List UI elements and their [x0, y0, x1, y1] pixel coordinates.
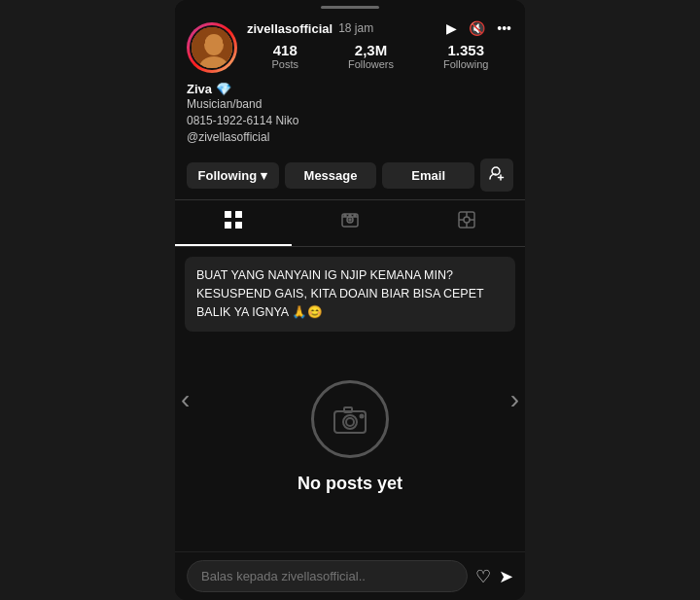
top-divider — [321, 6, 379, 9]
svg-rect-11 — [235, 222, 242, 229]
avatar-inner — [190, 25, 234, 70]
message-button[interactable]: Message — [285, 162, 377, 189]
stats-row: 418 Posts 2,3M Followers 1.353 Following — [247, 38, 513, 76]
username-label: zivellasofficial — [247, 21, 332, 36]
time-ago-label: 18 jam — [338, 21, 373, 35]
svg-point-18 — [354, 215, 356, 217]
no-posts-text: No posts yet — [298, 474, 402, 494]
email-button[interactable]: Email — [382, 162, 474, 189]
camera-circle — [311, 380, 389, 458]
profile-name: Ziva 💎 — [187, 82, 513, 96]
header-top-row: zivellasofficial 18 jam ▶ 🔇 ••• — [247, 18, 513, 38]
svg-rect-9 — [235, 211, 242, 218]
svg-point-17 — [349, 215, 351, 217]
action-buttons: Following ▾ Message Email — [175, 153, 525, 199]
svg-rect-8 — [225, 211, 231, 218]
camera-icon — [331, 400, 369, 439]
svg-rect-10 — [225, 222, 231, 229]
following-button-label: Following — [198, 168, 258, 183]
stat-followers: 2,3M Followers — [348, 42, 394, 70]
grid-icon — [224, 210, 243, 234]
svg-point-20 — [464, 217, 470, 223]
profile-info: Ziva 💎 Musician/band 0815-1922-6114 Niko… — [175, 82, 525, 153]
posts-number: 418 — [273, 42, 298, 58]
tagged-icon — [457, 210, 476, 234]
header-icons: ▶ 🔇 ••• — [444, 18, 513, 38]
svg-point-13 — [347, 217, 353, 223]
bio-line-2: 0815-1922-6114 Niko — [187, 113, 513, 129]
svg-rect-3 — [199, 27, 205, 45]
svg-point-1 — [204, 34, 224, 55]
stat-following: 1.353 Following — [443, 42, 488, 70]
send-icon[interactable]: ➤ — [499, 566, 513, 587]
content-area: ‹ › BUAT YANG NANYAIN IG NJIP KEMANA MIN… — [175, 247, 525, 551]
chevron-right-icon: › — [510, 384, 519, 414]
reply-input[interactable] — [187, 560, 468, 592]
tab-reels[interactable] — [292, 200, 408, 246]
svg-point-16 — [344, 215, 346, 217]
followers-label: Followers — [348, 58, 394, 70]
no-posts-area: No posts yet — [175, 341, 525, 513]
tab-bar — [175, 199, 525, 247]
avatar — [187, 22, 237, 73]
play-button[interactable]: ▶ — [444, 18, 459, 38]
profile-header: zivellasofficial 18 jam ▶ 🔇 ••• 418 Post… — [175, 15, 525, 82]
avatar-image — [192, 27, 232, 68]
following-label: Following — [443, 58, 488, 70]
svg-rect-4 — [223, 27, 228, 45]
heart-icon[interactable]: ♡ — [475, 566, 491, 587]
chevron-left-icon: ‹ — [181, 384, 190, 414]
bio-line-3: @zivellasofficial — [187, 129, 513, 146]
svg-point-29 — [361, 414, 364, 417]
more-options-button[interactable]: ••• — [495, 18, 513, 38]
svg-rect-28 — [344, 407, 352, 412]
tab-grid[interactable] — [175, 200, 292, 246]
story-text: BUAT YANG NANYAIN IG NJIP KEMANA MIN? KE… — [196, 266, 504, 321]
reels-icon — [340, 210, 360, 234]
posts-label: Posts — [271, 58, 298, 70]
add-user-icon — [489, 165, 505, 185]
followers-number: 2,3M — [355, 42, 387, 58]
header-username-area: zivellasofficial 18 jam ▶ 🔇 ••• 418 Post… — [247, 18, 513, 76]
reply-bar: ♡ ➤ — [175, 551, 525, 600]
svg-point-14 — [349, 219, 351, 221]
volume-button[interactable]: 🔇 — [467, 18, 487, 38]
tab-tagged[interactable] — [408, 200, 525, 246]
phone-container: zivellasofficial 18 jam ▶ 🔇 ••• 418 Post… — [175, 0, 525, 600]
svg-point-27 — [346, 418, 354, 426]
following-number: 1.353 — [447, 42, 484, 58]
nav-arrow-right[interactable]: › — [507, 380, 523, 419]
story-card: BUAT YANG NANYAIN IG NJIP KEMANA MIN? KE… — [185, 257, 515, 331]
stat-posts: 418 Posts — [271, 42, 298, 70]
nav-arrow-left[interactable]: ‹ — [177, 380, 193, 419]
add-user-button[interactable] — [480, 159, 513, 192]
following-button[interactable]: Following ▾ — [187, 162, 279, 189]
bio-line-1: Musician/band — [187, 96, 513, 113]
name-text: Ziva — [187, 82, 212, 96]
chevron-down-icon: ▾ — [261, 168, 267, 183]
name-emoji: 💎 — [216, 82, 231, 96]
